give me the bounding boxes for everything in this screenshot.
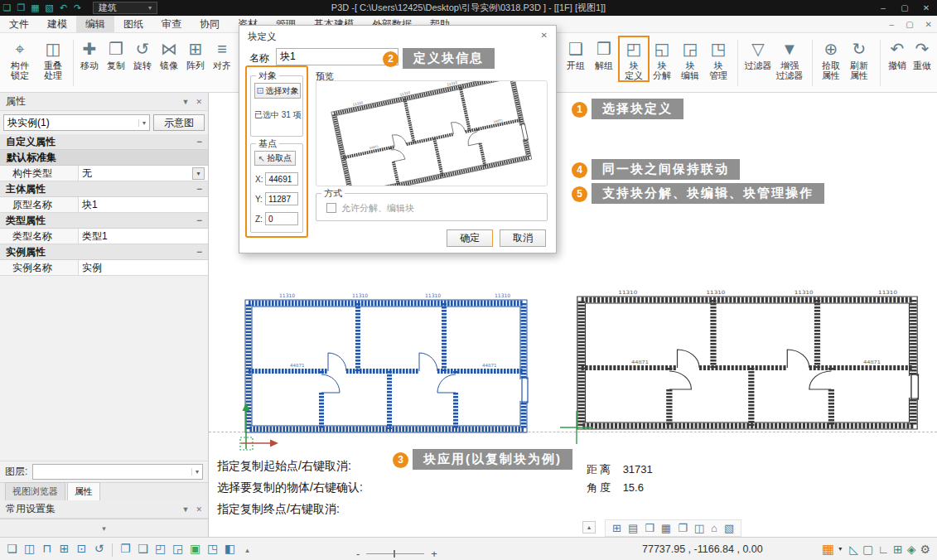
ribbon-button-refresh-properties[interactable]: ↻ 刷新 属性 <box>845 37 873 80</box>
menu-modeling[interactable]: 建模 <box>38 16 76 32</box>
discipline-dropdown[interactable]: 建筑 ▾ <box>93 2 157 14</box>
component-type-row[interactable]: 构件类型 无 ▾ <box>0 166 208 181</box>
ribbon-button-redo[interactable]: ↷ 重做 <box>910 37 935 70</box>
copy-view-icon[interactable]: ❐ <box>678 522 688 534</box>
tab-view-browser[interactable]: 视图浏览器 <box>5 482 65 500</box>
default-standard-set-row[interactable]: 默认标准集 <box>0 150 208 166</box>
ribbon-button-undo[interactable]: ↶ 撤销 <box>885 37 910 70</box>
hatch-icon[interactable]: ▧ <box>724 522 734 534</box>
scroll-down-icon[interactable]: ▾ <box>102 524 106 533</box>
undo-icon[interactable]: ↶ <box>56 2 70 13</box>
window-icon[interactable]: ◫ <box>694 522 704 534</box>
doc-restore-button[interactable]: ▢ <box>906 20 913 29</box>
block-name-combobox[interactable]: 块1 ▾ <box>276 48 398 65</box>
panel-close-icon[interactable]: ✕ <box>196 98 202 106</box>
ribbon-button-block-define[interactable]: ◰ 块 定义 <box>620 37 648 80</box>
zoom-out-button[interactable]: - <box>356 548 360 560</box>
stack-icon[interactable]: ❑ <box>136 542 150 558</box>
floor-plan-copy[interactable] <box>573 288 921 436</box>
minimize-button[interactable]: – <box>872 3 894 12</box>
menu-sheets[interactable]: 图纸 <box>114 16 152 32</box>
block-palette-icon[interactable]: ▦ <box>822 541 834 557</box>
collapse-icon[interactable]: − <box>196 183 202 195</box>
ribbon-button-ungroup[interactable]: ❒ 解组 <box>590 37 618 70</box>
chevron-down-icon[interactable]: ▾ <box>192 167 205 180</box>
section-host-properties[interactable]: 主体属性 − <box>0 181 208 197</box>
panel-menu-icon[interactable]: ▼ <box>182 505 190 514</box>
menu-file[interactable]: 文件 <box>0 16 38 32</box>
panel-close-icon[interactable]: ✕ <box>196 505 202 514</box>
instance-name-row[interactable]: 实例名称 实例 <box>0 260 208 276</box>
viewport-1-icon[interactable]: ◰ <box>153 542 167 558</box>
ortho-icon[interactable]: ∟ <box>877 543 889 556</box>
ribbon-button-align[interactable]: ≡ 对齐 <box>209 37 235 70</box>
collapse-icon[interactable]: − <box>196 136 202 147</box>
section-custom-properties[interactable]: 自定义属性 − <box>0 134 208 150</box>
section-type-properties[interactable]: 类型属性 − <box>0 213 208 229</box>
ribbon-button-group[interactable]: ❑ 开组 <box>562 37 590 70</box>
cancel-button[interactable]: 取消 <box>500 229 546 247</box>
ribbon-button-rotate[interactable]: ↺ 旋转 <box>129 37 156 70</box>
doc-minimize-button[interactable]: – <box>890 20 895 29</box>
ribbon-button-copy[interactable]: ❐ 复制 <box>103 37 129 70</box>
collapse-icon[interactable]: − <box>196 215 202 226</box>
section-instance-properties[interactable]: 实例属性 − <box>0 244 208 260</box>
viewport-2-icon[interactable]: ◲ <box>171 542 185 558</box>
grid-toggle-icon[interactable]: ⊞ <box>893 543 903 556</box>
collapse-toolbar-icon[interactable]: ▴ <box>240 542 254 558</box>
type-name-row[interactable]: 类型名称 类型1 <box>0 229 208 244</box>
zoom-in-button[interactable]: + <box>431 548 437 560</box>
instance-selector-dropdown[interactable]: 块实例(1) ▾ <box>3 114 150 131</box>
panel-menu-icon[interactable]: ▼ <box>182 98 190 106</box>
region-icon[interactable]: ▢ <box>862 543 873 556</box>
prototype-name-row[interactable]: 原型名称 块1 <box>0 197 208 213</box>
folder-icon[interactable]: ▦ <box>661 522 671 534</box>
ribbon-button-block-edit[interactable]: ◲ 块 编辑 <box>676 37 704 80</box>
orbit-icon[interactable]: ↺ <box>92 542 106 558</box>
ribbon-button-enhanced-filter[interactable]: ▼ 增强 过滤器 <box>774 37 805 80</box>
layers-icon[interactable]: ▤ <box>628 522 638 534</box>
doc-close-button[interactable]: ✕ <box>925 20 932 29</box>
copy-doc-icon[interactable]: ❐ <box>118 542 133 558</box>
restore-button[interactable]: ▢ <box>894 3 915 12</box>
allow-explode-checkbox[interactable] <box>326 203 336 213</box>
grid-icon[interactable]: ⊞ <box>57 542 71 558</box>
ribbon-button-pick-properties[interactable]: ⊕ 拾取 属性 <box>817 37 845 80</box>
settings-gear-icon[interactable]: ⚙ <box>920 543 930 556</box>
open-file-icon[interactable]: ❐ <box>14 2 28 13</box>
ribbon-button-array[interactable]: ⊞ 阵列 <box>182 37 209 70</box>
split-view-icon[interactable]: ◫ <box>22 542 36 558</box>
section-icon[interactable]: ⊓ <box>40 542 54 558</box>
zoom-track[interactable] <box>366 553 424 554</box>
ribbon-button-filter[interactable]: ▽ 过滤器 <box>742 37 774 80</box>
active-viewport-icon[interactable]: ▣ <box>188 542 202 558</box>
ribbon-button-component-lock[interactable]: ⌖ 构件 锁定 <box>3 37 36 80</box>
ribbon-button-mirror[interactable]: ⋈ 镜像 <box>156 37 182 70</box>
new-file-icon[interactable]: ❏ <box>0 2 14 13</box>
viewport-3-icon[interactable]: ◳ <box>205 542 220 558</box>
slope-snap-icon[interactable]: ◺ <box>849 543 858 556</box>
menu-edit[interactable]: 编辑 <box>76 16 114 32</box>
tab-properties[interactable]: 属性 <box>67 482 100 500</box>
layer-dropdown[interactable]: ▾ <box>32 464 203 480</box>
redo-icon[interactable]: ↷ <box>70 2 85 13</box>
dialog-close-icon[interactable]: ✕ <box>541 31 548 40</box>
collapse-icon[interactable]: − <box>196 246 202 258</box>
print-icon[interactable]: ❒ <box>645 522 654 534</box>
home-view-icon[interactable]: ⌂ <box>711 522 717 534</box>
schematic-button[interactable]: 示意图 <box>153 114 205 131</box>
osnap-icon[interactable]: ◈ <box>907 543 916 556</box>
save-icon[interactable]: ▦ <box>28 2 42 13</box>
save-as-icon[interactable]: ▧ <box>42 2 56 13</box>
ribbon-button-block-explode[interactable]: ◱ 块 分解 <box>648 37 676 80</box>
sheet-icon[interactable]: ❏ <box>5 542 19 558</box>
snap-grid-icon[interactable]: ⊞ <box>612 522 621 534</box>
ribbon-button-overlap-handling[interactable]: ◫ 重叠 处理 <box>36 37 70 80</box>
menu-review[interactable]: 审查 <box>152 16 191 32</box>
ribbon-button-block-manage[interactable]: ◳ 块 管理 <box>704 37 732 80</box>
zoom-handle[interactable] <box>394 550 395 558</box>
shade-icon[interactable]: ◧ <box>223 542 237 558</box>
menu-collaborate[interactable]: 协同 <box>191 16 229 32</box>
expand-panel-icon[interactable]: ▴ <box>582 521 596 533</box>
ok-button[interactable]: 确定 <box>447 229 493 247</box>
